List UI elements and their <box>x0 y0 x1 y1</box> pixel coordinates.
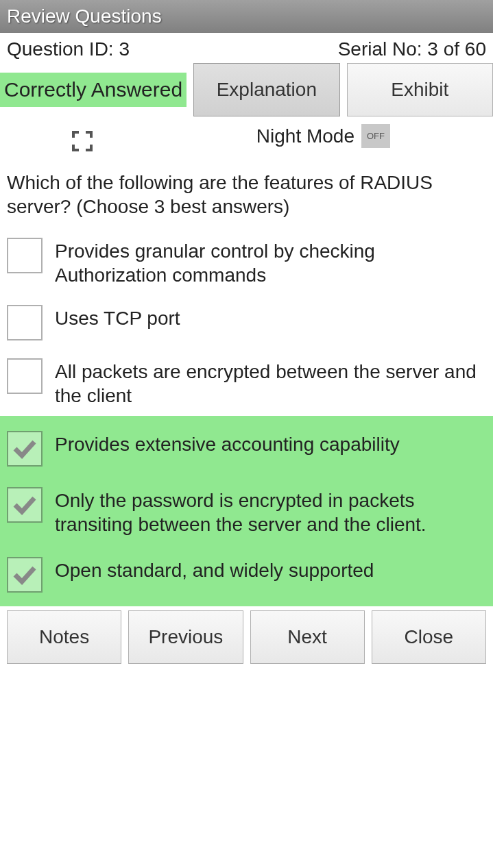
checkbox-checked[interactable] <box>7 487 43 523</box>
night-mode-toggle[interactable]: OFF <box>361 124 390 148</box>
option-label: Provides granular control by checking Au… <box>55 236 486 287</box>
close-button[interactable]: Close <box>372 610 486 664</box>
explanation-button[interactable]: Explanation <box>193 63 339 116</box>
footer-row: Notes Previous Next Close <box>0 606 493 671</box>
app-title: Review Questions <box>7 5 162 27</box>
checkbox-checked[interactable] <box>7 557 43 593</box>
option-label: Provides extensive accounting capability <box>55 430 400 456</box>
previous-button[interactable]: Previous <box>128 610 243 664</box>
question-id-label: Question ID: 3 <box>7 38 130 60</box>
checkbox-unchecked[interactable] <box>7 358 43 394</box>
correct-answers-block: Provides extensive accounting capability… <box>0 416 493 606</box>
option-label: Only the password is encrypted in packet… <box>55 486 486 536</box>
option-label: All packets are encrypted between the se… <box>55 357 486 408</box>
serial-no-label: Serial No: 3 of 60 <box>338 38 486 60</box>
status-badge: Correctly Answered <box>0 73 187 107</box>
fullscreen-icon[interactable] <box>72 131 93 151</box>
option-row[interactable]: Only the password is encrypted in packet… <box>0 476 493 546</box>
options-list: Provides granular control by checking Au… <box>0 228 493 606</box>
checkmark-icon <box>11 435 38 462</box>
tab-row: Correctly Answered Explanation Exhibit <box>0 63 493 116</box>
next-button[interactable]: Next <box>250 610 365 664</box>
option-row[interactable]: Provides extensive accounting capability <box>0 420 493 476</box>
checkbox-unchecked[interactable] <box>7 305 43 340</box>
info-row: Question ID: 3 Serial No: 3 of 60 <box>0 33 493 63</box>
checkbox-unchecked[interactable] <box>7 238 43 273</box>
option-label: Uses TCP port <box>55 303 180 330</box>
checkmark-icon <box>11 491 38 519</box>
checkbox-checked[interactable] <box>7 431 43 467</box>
notes-button[interactable]: Notes <box>7 610 121 664</box>
mode-row: Night Mode OFF <box>0 116 493 158</box>
option-row[interactable]: Provides granular control by checking Au… <box>0 228 493 295</box>
exhibit-button[interactable]: Exhibit <box>347 63 493 116</box>
checkmark-icon <box>11 561 38 588</box>
option-label: Open standard, and widely supported <box>55 556 374 582</box>
option-row[interactable]: Open standard, and widely supported <box>0 546 493 602</box>
option-row[interactable]: All packets are encrypted between the se… <box>0 349 493 416</box>
question-text: Which of the following are the features … <box>0 158 493 228</box>
title-bar: Review Questions <box>0 0 493 33</box>
night-mode-label: Night Mode <box>256 125 354 147</box>
option-row[interactable]: Uses TCP port <box>0 295 493 349</box>
